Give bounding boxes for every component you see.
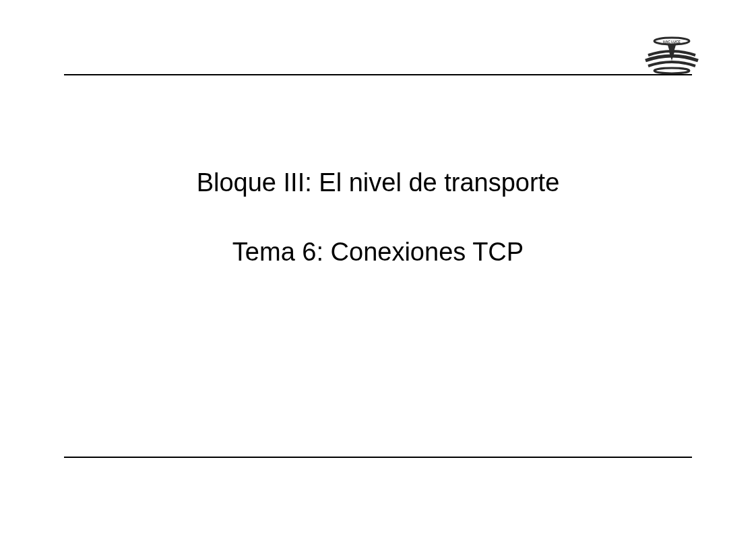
- logo-svg: HAC LUCE: [641, 34, 702, 74]
- slide-title-line2: Tema 6: Conexiones TCP: [0, 238, 756, 267]
- svg-text:HAC LUCE: HAC LUCE: [663, 40, 681, 44]
- slide-container: HAC LUCE Bloque III: El nivel de transpo…: [0, 0, 756, 534]
- bottom-divider: [64, 457, 692, 458]
- institution-logo-icon: HAC LUCE: [641, 34, 702, 74]
- slide-content: Bloque III: El nivel de transporte Tema …: [0, 168, 756, 267]
- slide-title-line1: Bloque III: El nivel de transporte: [0, 168, 756, 197]
- top-divider: [64, 74, 692, 75]
- svg-point-2: [654, 68, 689, 73]
